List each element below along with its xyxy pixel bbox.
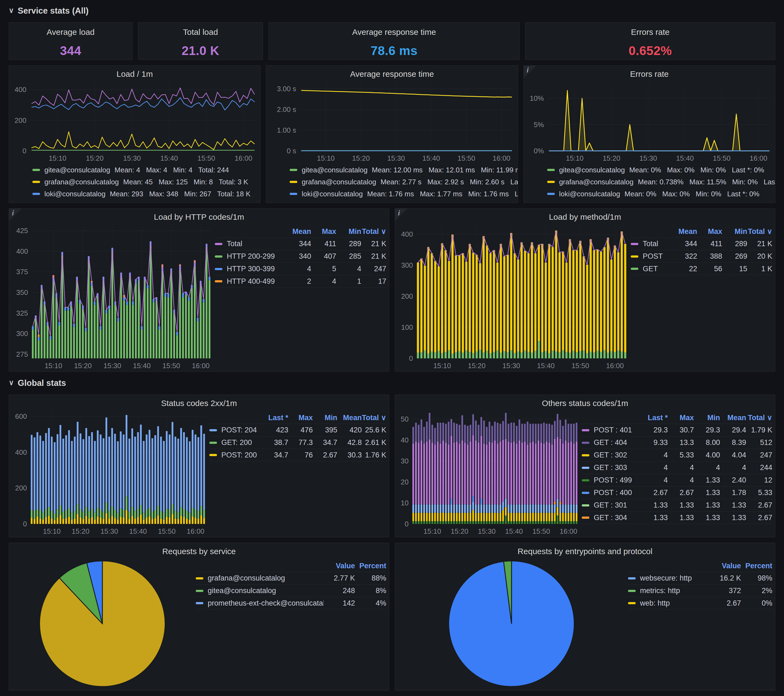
y-axis-label: 0% bbox=[534, 147, 544, 155]
errors-rate-chart[interactable]: 0%5%10%15:1015:2015:3015:4015:5016:00 bbox=[524, 80, 775, 164]
avg-response-time-chart[interactable]: 0 s1.00 s2.00 s3.00 s15:1015:2015:3015:4… bbox=[266, 80, 517, 164]
series-color-swatch bbox=[32, 193, 40, 195]
panel-title[interactable]: Errors rate bbox=[524, 66, 775, 80]
table-row[interactable]: Total34441128921 K bbox=[631, 237, 772, 250]
table-row[interactable]: prometheus-ext-check@consulcatalog1424% bbox=[196, 597, 386, 609]
table-sort-header[interactable]: Total ∨ bbox=[362, 413, 386, 422]
legend-item[interactable]: gitea@consulcatalogMean: 12.00 ms Max: 1… bbox=[290, 164, 516, 176]
legend-item[interactable]: loki@consulcatalogMean: 0% Max: 0% Min: … bbox=[547, 188, 773, 200]
legend-item[interactable]: loki@consulcatalogMean: 293 Max: 348 Min… bbox=[32, 188, 259, 200]
legend-table: MeanMaxMinTotal ∨Total34441128921 KHTTP … bbox=[215, 223, 386, 371]
table-row[interactable]: POST: 20034.7762.6730.31.76 K bbox=[209, 449, 386, 461]
series-color-swatch bbox=[196, 577, 203, 579]
table-sort-header[interactable]: Last * bbox=[264, 414, 288, 422]
info-icon[interactable]: i bbox=[527, 66, 529, 74]
table-row[interactable]: POST32238826920 K bbox=[631, 250, 772, 262]
table-row[interactable]: GET: 20038.777.334.742.82.61 K bbox=[209, 436, 386, 449]
load-1m-chart[interactable]: 020040015:1015:2015:3015:4015:5016:00 bbox=[9, 80, 260, 164]
chart-canvas[interactable]: 0%5%10%15:1015:2015:3015:4015:5016:00 bbox=[524, 80, 775, 164]
legend-item[interactable]: gitea@consulcatalogMean: 0% Max: 0% Min:… bbox=[547, 164, 773, 176]
table-sort-header[interactable]: Mean bbox=[337, 414, 362, 422]
table-row[interactable]: GET : 3041.331.331.331.332.67 bbox=[582, 511, 772, 524]
others-status-codes-chart[interactable]: 0102030405015:1015:2015:3015:4015:5016:0… bbox=[395, 409, 582, 537]
chart-canvas[interactable]: 27530032535037540042515:1015:2015:3015:4… bbox=[9, 223, 215, 371]
legend-item[interactable]: loki@consulcatalogMean: 1.76 ms Max: 1.7… bbox=[290, 188, 516, 200]
chart-canvas[interactable]: 0 s1.00 s2.00 s3.00 s15:1015:2015:3015:4… bbox=[266, 80, 517, 164]
table-row[interactable]: GET : 4049.3313.38.008.39512 bbox=[582, 436, 772, 449]
panel-avg-response-time: Average response time 0 s1.00 s2.00 s3.0… bbox=[266, 65, 518, 203]
table-row[interactable]: POST: 20442347639542025.6 K bbox=[209, 424, 386, 436]
table-row[interactable]: gitea@consulcatalog2488% bbox=[196, 584, 386, 597]
table-sort-header[interactable]: Max bbox=[668, 414, 694, 422]
table-sort-header[interactable]: Total ∨ bbox=[361, 227, 386, 236]
legend-item[interactable]: grafana@consulcatalogMean: 0.738% Max: 1… bbox=[547, 176, 773, 188]
load-by-method-chart[interactable]: 010020030040015:1015:2015:3015:4015:5016… bbox=[395, 223, 631, 371]
y-axis-label: 40 bbox=[401, 436, 408, 444]
panel-title[interactable]: Load / 1m bbox=[9, 66, 260, 80]
table-sort-header[interactable]: Mean bbox=[286, 228, 311, 236]
table-sort-header[interactable]: Min bbox=[336, 228, 361, 236]
table-row[interactable]: GET : 3034444244 bbox=[582, 461, 772, 474]
table-row[interactable]: Total34441128921 K bbox=[215, 237, 386, 250]
table-sort-header[interactable]: Mean bbox=[672, 228, 697, 236]
status-codes-2xx-chart[interactable]: 020040060015:1015:2015:3015:4015:5016:00 bbox=[9, 409, 209, 537]
legend-item[interactable]: grafana@consulcatalogMean: 45 Max: 125 M… bbox=[32, 176, 259, 188]
load-by-http-codes-chart[interactable]: 27530032535037540042515:1015:2015:3015:4… bbox=[9, 223, 215, 371]
panel-title[interactable]: Load by method/1m bbox=[395, 209, 775, 223]
chart-canvas[interactable]: 0102030405015:1015:2015:3015:4015:5016:0… bbox=[395, 409, 582, 537]
x-axis-label: 15:50 bbox=[163, 361, 180, 370]
table-row[interactable]: web: http2.670% bbox=[628, 597, 772, 609]
info-icon[interactable]: i bbox=[398, 209, 400, 217]
table-row[interactable]: HTTP 200-29934040728521 K bbox=[215, 250, 386, 262]
chart-canvas[interactable]: 010020030040015:1015:2015:3015:4015:5016… bbox=[395, 223, 631, 371]
table-sort-header[interactable]: Min bbox=[694, 414, 720, 422]
y-axis-label: 3.00 s bbox=[277, 85, 296, 93]
section-header-global-stats[interactable]: ∨ Global stats bbox=[9, 377, 775, 389]
table-sort-header[interactable]: Max bbox=[288, 414, 313, 422]
panel-title[interactable]: Requests by entrypoints and protocol bbox=[395, 543, 775, 557]
table-row[interactable]: metrics: http3722% bbox=[628, 584, 772, 597]
table-sort-header[interactable]: Last * bbox=[642, 414, 668, 422]
table-sort-header[interactable]: Total ∨ bbox=[747, 227, 772, 236]
table-row[interactable]: GET : 3011.331.331.331.332.67 bbox=[582, 499, 772, 511]
table-sort-header[interactable]: Min bbox=[722, 228, 747, 236]
table-row[interactable]: HTTP 400-49924117 bbox=[215, 275, 386, 287]
table-sort-header[interactable]: Total ∨ bbox=[746, 413, 772, 422]
table-sort-header[interactable]: Min bbox=[313, 414, 337, 422]
table-row[interactable]: websecure: http16.2 K98% bbox=[628, 572, 772, 584]
requests-by-entrypoints-pie[interactable] bbox=[395, 557, 628, 690]
legend-item[interactable]: grafana@consulcatalogMean: 2.77 s Max: 2… bbox=[290, 176, 516, 188]
table-row[interactable]: POST : 4002.672.671.331.785.33 bbox=[582, 487, 772, 499]
table-cell: 25.6 K bbox=[362, 426, 386, 434]
table-row[interactable]: GET2256151 K bbox=[631, 262, 772, 275]
table-row[interactable]: grafana@consulcatalog2.77 K88% bbox=[196, 572, 386, 584]
series-label: GET: 200 bbox=[221, 439, 252, 447]
table-row[interactable]: POST : 499441.332.4012 bbox=[582, 474, 772, 487]
pie-canvas[interactable] bbox=[9, 557, 196, 690]
table-sort-header[interactable]: Percent bbox=[741, 562, 772, 570]
chart-canvas[interactable]: 020040015:1015:2015:3015:4015:5016:00 bbox=[9, 80, 260, 164]
x-axis-label: 15:40 bbox=[537, 361, 555, 370]
pie-canvas[interactable] bbox=[395, 557, 628, 690]
requests-by-service-pie[interactable] bbox=[9, 557, 196, 690]
table-sort-header[interactable]: Max bbox=[311, 228, 336, 236]
table-sort-header[interactable]: Value bbox=[710, 562, 741, 570]
table-sort-header[interactable]: Percent bbox=[355, 562, 386, 570]
chart-canvas[interactable]: 020040060015:1015:2015:3015:4015:5016:00 bbox=[9, 409, 209, 537]
section-header-service-stats[interactable]: ∨ Service stats (All) bbox=[9, 5, 775, 17]
panel-title[interactable]: Average response time bbox=[266, 66, 517, 80]
panel-title[interactable]: Status codes 2xx/1m bbox=[9, 395, 389, 409]
table-row[interactable]: HTTP 300-399454247 bbox=[215, 262, 386, 275]
series-color-swatch bbox=[196, 602, 203, 604]
panel-title[interactable]: Load by HTTP codes/1m bbox=[9, 209, 389, 223]
panel-title[interactable]: Requests by service bbox=[9, 543, 389, 557]
info-icon[interactable]: i bbox=[12, 209, 14, 217]
legend-item[interactable]: gitea@consulcatalogMean: 4 Max: 4 Min: 4… bbox=[32, 164, 259, 176]
table-sort-header[interactable]: Mean bbox=[720, 414, 746, 422]
table-cell: 388 bbox=[697, 252, 722, 261]
table-sort-header[interactable]: Max bbox=[697, 228, 722, 236]
table-row[interactable]: GET : 30245.334.004.04247 bbox=[582, 449, 772, 461]
table-row[interactable]: POST : 40129.330.729.329.41.79 K bbox=[582, 424, 772, 436]
panel-title[interactable]: Others status codes/1m bbox=[395, 395, 775, 409]
table-sort-header[interactable]: Value bbox=[324, 562, 355, 570]
